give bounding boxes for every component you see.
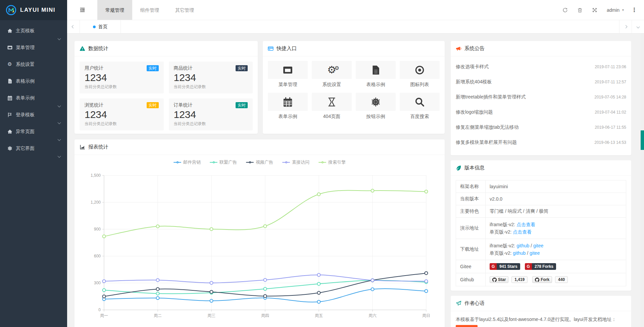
stat-label: 浏览统计 xyxy=(85,102,103,108)
table-row: 主要特色 零门槛 / 响应式 / 清爽 / 极简 xyxy=(456,205,626,218)
stat-value: 1234 xyxy=(85,108,159,121)
layui-doc-badge[interactable]: layui文档 xyxy=(456,325,478,327)
table-row: 下载地址 iframe版-v2: github / gitee 单页版-v2: … xyxy=(456,239,626,260)
tab-actions-dropdown-button[interactable] xyxy=(632,20,644,33)
more-menu-button[interactable]: ⋮ xyxy=(629,6,639,13)
download-gitee-link[interactable]: gitee xyxy=(530,250,540,256)
announcement-item[interactable]: 修复左侧菜单缩放tab无法移动 2019-06-17 11:55 xyxy=(456,120,626,135)
tab-scroll-right-button[interactable] xyxy=(619,20,632,33)
quick-entry-icons[interactable]: 图标列表 xyxy=(400,61,440,88)
announcement-date: 2019-07-04 11:02 xyxy=(591,110,626,115)
download-github-link[interactable]: github xyxy=(516,243,529,248)
quick-entry-buttons[interactable]: 按钮示例 xyxy=(356,93,396,120)
vertical-scrollbar[interactable] xyxy=(641,34,644,327)
github-star-button[interactable]: Star xyxy=(490,276,508,283)
svg-text:周三: 周三 xyxy=(207,313,215,318)
download-github-link[interactable]: github xyxy=(513,250,526,256)
scrollbar-thumb[interactable] xyxy=(641,130,644,150)
github-octocat-icon xyxy=(492,278,497,282)
quick-entry-settings[interactable]: ⚙⚙ 系统设置 xyxy=(312,61,352,88)
table-row: 框架名称 layuimini xyxy=(456,180,626,193)
announcement-item[interactable]: 新增系统404模板 2019-07-11 12:57 xyxy=(456,74,626,89)
github-star-count[interactable]: 1,419 xyxy=(511,276,528,283)
header-tab-other[interactable]: 其它管理 xyxy=(167,0,202,20)
quick-entry-form[interactable]: 表单示例 xyxy=(268,93,308,120)
table-row: Github Star 1,419 Fork 440 xyxy=(456,273,626,286)
legend-marker xyxy=(246,162,254,163)
tab-home-label: 首页 xyxy=(98,24,108,30)
legend-marker xyxy=(282,162,290,163)
window-icon xyxy=(7,45,13,50)
svg-text:300: 300 xyxy=(94,281,101,285)
sidebar-item-label: 表单示例 xyxy=(16,89,35,106)
quick-entry-table[interactable]: 表格示例 xyxy=(356,61,396,88)
demo-spa-link[interactable]: 点击查看 xyxy=(513,229,532,235)
expand-icon xyxy=(592,7,597,13)
layui-mini-logo-icon xyxy=(5,4,17,16)
legend-item-email[interactable]: 邮件营销 xyxy=(174,159,201,165)
gitee-forks-badge[interactable]: G278 Forks xyxy=(525,263,556,270)
quick-entry-menu[interactable]: 菜单管理 xyxy=(268,61,308,88)
window-icon xyxy=(283,65,293,75)
fullscreen-button[interactable] xyxy=(587,0,602,20)
stat-box-goods[interactable]: 商品统计 实时 1234 当前分类总记录数 xyxy=(169,62,253,93)
legend-item-union-ads[interactable]: 联盟广告 xyxy=(210,159,237,165)
tab-scroll-left-button[interactable] xyxy=(67,20,80,33)
header-tab-general[interactable]: 常规管理 xyxy=(97,0,132,20)
author-message-card: 作者心语 本模板基于layui2.5.4以及font-awesome-4.7.0… xyxy=(451,296,631,327)
refresh-button[interactable] xyxy=(558,0,573,20)
header-actions: admin ▼ ⋮ xyxy=(558,0,644,20)
sidebar-item-table-example[interactable]: 表格示例 xyxy=(0,73,67,89)
gitee-stars-badge[interactable]: G941 Stars xyxy=(490,263,520,270)
snowflake-icon xyxy=(371,97,381,107)
user-dropdown[interactable]: admin ▼ xyxy=(602,7,629,13)
quick-entry-card: 快捷入口 菜单管理 ⚙⚙ 系统设置 表格示例 图标列表 xyxy=(263,41,445,134)
stat-value: 1234 xyxy=(174,71,248,84)
row-label: 框架名称 xyxy=(456,180,486,193)
main-content: 数据统计 用户统计 实时 1234 当前分类总记录数 商品统计 实时 12 xyxy=(67,34,644,327)
stat-label: 商品统计 xyxy=(174,65,193,71)
legend-item-direct[interactable]: 直接访问 xyxy=(282,159,309,165)
stat-description: 当前分类总记录数 xyxy=(174,121,248,127)
legend-item-search-engine[interactable]: 搜索引擎 xyxy=(318,159,346,165)
sidebar-item-form-example[interactable]: 表单示例 xyxy=(0,89,67,106)
header-tab-components[interactable]: 组件管理 xyxy=(132,0,167,20)
sidebar-item-home-template[interactable]: 主页模板 xyxy=(0,22,67,39)
quick-entry-404[interactable]: 404页面 xyxy=(312,93,352,120)
tab-home[interactable]: 首页 xyxy=(80,20,121,33)
github-fork-count[interactable]: 440 xyxy=(555,276,568,283)
svg-text:1,500: 1,500 xyxy=(91,173,101,178)
sidebar-item-system-settings[interactable]: ⚙ 系统设置 xyxy=(0,56,67,73)
quick-entry-baidu-search[interactable]: 百度搜索 xyxy=(400,93,440,120)
demo-iframe-link[interactable]: 点击查看 xyxy=(516,222,535,227)
collapse-sidebar-button[interactable] xyxy=(67,0,97,20)
realtime-badge: 实时 xyxy=(236,65,248,71)
gears-icon: ⚙⚙ xyxy=(327,65,336,75)
announcement-item[interactable]: 修改选项卡样式 2019-07-11 23:06 xyxy=(456,59,626,74)
area-chart-icon xyxy=(80,144,85,150)
version-table: 框架名称 layuimini 当前版本 v2.0.0 主要特色 零门槛 / 响应… xyxy=(456,180,626,286)
logo-bar[interactable]: LAYUI MINI xyxy=(0,0,67,20)
stat-description: 当前分类总记录数 xyxy=(174,84,248,90)
stat-box-orders[interactable]: 订单统计 实时 1234 当前分类总记录数 xyxy=(169,98,253,130)
sidebar-item-other-ui[interactable]: 其它界面 xyxy=(0,140,67,157)
announcement-date: 2019-07-05 14:28 xyxy=(591,95,626,99)
row-label: Github xyxy=(456,273,486,286)
home-icon xyxy=(7,28,13,33)
stat-box-views[interactable]: 浏览统计 实时 1234 当前分类总记录数 xyxy=(80,98,164,130)
download-gitee-link[interactable]: gitee xyxy=(533,243,543,248)
sidebar-item-error-pages[interactable]: 异常页面 xyxy=(0,123,67,140)
sidebar-item-login-template[interactable]: 登录模板 xyxy=(0,106,67,123)
card-title: 报表统计 xyxy=(88,144,108,150)
chevron-right-icon xyxy=(624,25,627,29)
sidebar-item-menu-management[interactable]: 菜单管理 xyxy=(0,39,67,56)
announcement-item[interactable]: 修复多模块菜单栏展开有问题 2019-06-13 14:53 xyxy=(456,135,626,150)
framework-name: layuimini xyxy=(486,180,626,193)
paper-plane-icon xyxy=(456,300,461,306)
github-fork-button[interactable]: Fork xyxy=(532,276,552,283)
announcement-item[interactable]: 修改logo缩放问题 2019-07-04 11:02 xyxy=(456,105,626,120)
stat-box-users[interactable]: 用户统计 实时 1234 当前分类总记录数 xyxy=(80,62,164,93)
legend-item-video-ads[interactable]: 视频广告 xyxy=(246,159,273,165)
clear-cache-button[interactable] xyxy=(573,0,587,20)
announcement-item[interactable]: 新增treetable插件和菜单管理样式 2019-07-05 14:28 xyxy=(456,89,626,105)
